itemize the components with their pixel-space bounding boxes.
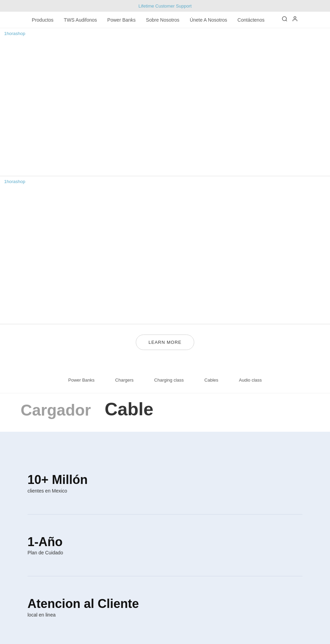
svg-point-0	[283, 16, 287, 21]
nav-icons	[282, 16, 298, 24]
user-icon[interactable]	[292, 16, 298, 24]
nav-productos[interactable]: Productos	[32, 17, 54, 23]
product-title-cable: Cable	[104, 400, 153, 418]
stat-label-2: local en linea	[28, 612, 302, 618]
stat-item-1: 1-Año Plan de Cuidado	[28, 515, 302, 577]
tab-powerbanks[interactable]: Power Banks	[68, 377, 95, 383]
stat-number-1: 1-Año	[28, 535, 302, 549]
learn-more-container: LEARN MORE	[0, 324, 330, 371]
hero-brand-link-2[interactable]: 1horashop	[4, 179, 25, 184]
stat-label-0: clientes en Mexico	[28, 488, 302, 494]
nav-sobre[interactable]: Sobre Nosotros	[146, 17, 179, 23]
stat-item-0: 10+ Millón clientes en Mexico	[28, 452, 302, 515]
product-title-cargador: Cargador	[21, 402, 91, 418]
hero-brand-link-1[interactable]: 1horashop	[4, 31, 25, 36]
svg-line-1	[286, 20, 287, 21]
stats-section: 10+ Millón clientes en Mexico 1-Año Plan…	[0, 432, 330, 644]
navbar: Productos TWS Audifonos Power Banks Sobr…	[0, 12, 330, 28]
stat-item-2: Atencion al Cliente local en linea	[28, 576, 302, 638]
tab-cables[interactable]: Cables	[205, 377, 218, 383]
hero-image-1: 1horashop	[0, 28, 330, 176]
tab-chargers[interactable]: Chargers	[115, 377, 133, 383]
svg-point-2	[294, 16, 296, 19]
nav-powerbanks[interactable]: Power Banks	[107, 17, 135, 23]
nav-contactenos[interactable]: Contáctenos	[238, 17, 265, 23]
hero-image-2: 1horashop	[0, 176, 330, 324]
tab-charging-class[interactable]: Charging class	[154, 377, 184, 383]
tab-audio-class[interactable]: Audio class	[239, 377, 262, 383]
search-icon[interactable]	[282, 16, 288, 24]
nav-unete[interactable]: Únete A Nosotros	[190, 17, 227, 23]
learn-more-button[interactable]: LEARN MORE	[136, 335, 194, 350]
top-banner: Lifetime Customer Support	[0, 0, 330, 12]
stat-label-1: Plan de Cuidado	[28, 550, 302, 555]
category-tabs: Power Banks Chargers Charging class Cabl…	[0, 371, 330, 393]
support-link[interactable]: Lifetime Customer Support	[139, 3, 192, 9]
stat-number-2: Atencion al Cliente	[28, 597, 302, 611]
product-scroll: Cargador Cable	[0, 393, 330, 432]
nav-tws[interactable]: TWS Audifonos	[64, 17, 97, 23]
stat-number-0: 10+ Millón	[28, 473, 302, 487]
